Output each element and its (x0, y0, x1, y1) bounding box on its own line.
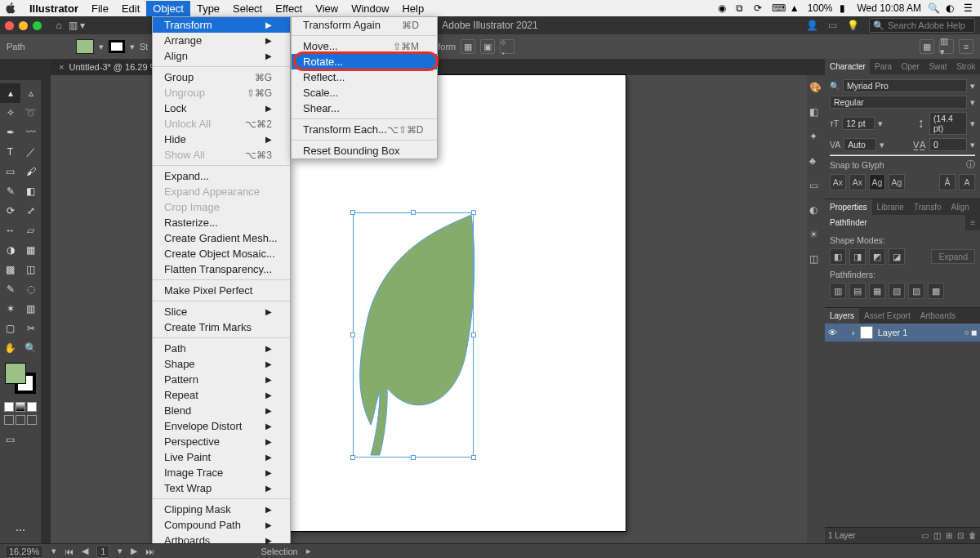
appearance-icon[interactable]: ☀ (809, 229, 822, 242)
artboard-field[interactable]: 1 (96, 545, 109, 558)
menu-view[interactable]: View (309, 1, 345, 16)
menu-item-align[interactable]: Align▶ (153, 48, 290, 64)
menu-file[interactable]: File (85, 1, 115, 16)
menu-type[interactable]: Type (190, 1, 226, 16)
menu-item-group[interactable]: Group⌘G (153, 69, 290, 85)
merge-icon[interactable]: ▦ (869, 283, 885, 299)
tab-align[interactable]: Align (946, 199, 973, 215)
stroke-swatch[interactable] (109, 40, 125, 53)
curvature-tool[interactable]: 〰 (20, 123, 41, 142)
menu-item-compound-path[interactable]: Compound Path▶ (153, 517, 290, 533)
artboard-back[interactable]: ◀ (82, 546, 88, 556)
rotate-tool[interactable]: ⟳ (0, 201, 20, 221)
menu-item-create-trim-marks[interactable]: Create Trim Marks (153, 319, 290, 335)
minus-back-icon[interactable]: ▩ (928, 283, 944, 299)
submenu-item-transform-again[interactable]: Transform Again⌘D (292, 17, 437, 33)
app-name-menu[interactable]: Illustrator (23, 1, 85, 16)
menu-select[interactable]: Select (226, 1, 269, 16)
tab-artboards[interactable]: Artboards (915, 308, 960, 324)
handle-tl[interactable] (350, 210, 355, 215)
tab-transform[interactable]: Transfo (909, 199, 947, 215)
gradient-tool[interactable]: ◫ (20, 260, 41, 279)
menu-item-hide[interactable]: Hide▶ (153, 132, 290, 147)
unite-icon[interactable]: ◧ (830, 248, 846, 265)
handle-tr[interactable] (471, 210, 476, 215)
intersect-icon[interactable]: ◩ (869, 248, 885, 265)
symbol-sprayer-tool[interactable]: ✶ (0, 299, 20, 319)
draw-normal[interactable] (4, 415, 14, 425)
wifi-icon[interactable]: ▲ (790, 2, 801, 14)
panel-menu-icon[interactable]: ≡ (959, 39, 973, 54)
menu-object[interactable]: Object (146, 1, 190, 16)
menu-help[interactable]: Help (395, 1, 430, 16)
fill-swatch[interactable] (76, 39, 94, 54)
magic-wand-tool[interactable]: ✧ (0, 103, 20, 123)
select-similar-icon[interactable]: ⟐ ▾ (500, 39, 514, 54)
zoom-field[interactable]: 16.29% (5, 545, 43, 558)
menu-item-arrange[interactable]: Arrange▶ (153, 33, 290, 48)
visibility-icon[interactable]: 👁 (828, 328, 837, 337)
tab-swatches[interactable]: Swat (924, 59, 951, 74)
document-tab[interactable]: × Untitled-3* @ 16.29 % (51, 60, 166, 74)
menu-item-flatten-transparency[interactable]: Flatten Transparency... (153, 261, 290, 277)
lasso-tool[interactable]: ➰ (20, 103, 41, 123)
transparency-icon[interactable]: ◫ (809, 253, 822, 266)
scale-tool[interactable]: ⤢ (20, 201, 41, 221)
zoom-dropdown[interactable]: ▾ (51, 546, 56, 556)
perspective-tool[interactable]: ▦ (20, 240, 41, 260)
battery-icon[interactable]: ▮ (840, 2, 851, 14)
rectangle-tool[interactable]: ▭ (0, 162, 20, 181)
eraser-tool[interactable]: ◧ (20, 181, 41, 201)
tab-properties[interactable]: Properties (825, 199, 872, 215)
screen-mode[interactable]: ▭ (0, 430, 20, 449)
zoom-window-button[interactable] (33, 21, 42, 30)
home-button[interactable]: ⌂ (50, 16, 68, 34)
artboard-dropdown[interactable]: ▾ (118, 546, 122, 556)
snap-glyph-bounds-icon[interactable]: Ag (869, 174, 885, 190)
menu-item-clipping-mask[interactable]: Clipping Mask▶ (153, 502, 290, 517)
color-mode[interactable] (4, 402, 14, 412)
paintbrush-tool[interactable]: 🖌 (20, 162, 41, 181)
delete-layer-icon[interactable]: 🗑 (969, 531, 977, 540)
menu-item-lock[interactable]: Lock▶ (153, 100, 290, 116)
font-style-dropdown[interactable]: ▾ (970, 97, 975, 107)
zoom-tool[interactable]: 🔍 (20, 338, 41, 358)
tab-stroke[interactable]: Strok (951, 59, 980, 74)
snap-capheight-icon[interactable]: Ag (889, 174, 905, 190)
handle-tc[interactable] (411, 210, 416, 215)
handle-bc[interactable] (411, 455, 416, 460)
gradient-mode[interactable] (16, 402, 25, 412)
close-window-button[interactable] (5, 21, 14, 30)
minus-front-icon[interactable]: ◨ (849, 248, 866, 265)
tab-libraries[interactable]: Librarie (872, 199, 909, 215)
gradient-panel-icon[interactable]: ◐ (809, 204, 822, 217)
selection-tool[interactable]: ▴ (0, 83, 20, 103)
tab-asset-export[interactable]: Asset Export (859, 308, 915, 324)
close-tab-icon[interactable]: × (59, 62, 64, 72)
menu-item-slice[interactable]: Slice▶ (153, 304, 290, 319)
submenu-item-reflect[interactable]: Reflect... (292, 69, 437, 85)
shape-props-icon[interactable]: ▦ (461, 39, 475, 54)
locate-layer-icon[interactable]: ▭ (921, 531, 929, 540)
submenu-item-scale[interactable]: Scale... (292, 85, 437, 100)
graph-tool[interactable]: ▥ (20, 299, 41, 319)
free-transform-tool[interactable]: ▱ (20, 221, 41, 240)
arrange-docs-icon[interactable]: ▭ (828, 20, 837, 31)
hand-tool[interactable]: ✋ (0, 338, 20, 358)
mesh-tool[interactable]: ▩ (0, 260, 20, 279)
exclude-icon[interactable]: ◪ (889, 248, 905, 265)
align-to-icon[interactable]: ▥ ▾ (939, 39, 954, 54)
submenu-item-rotate[interactable]: Rotate... (292, 54, 437, 69)
artboard-tool[interactable]: ▢ (0, 319, 20, 338)
new-sublayer-icon[interactable]: ⊞ (946, 531, 952, 540)
type-tool[interactable]: T (0, 142, 20, 162)
disclosure-icon[interactable]: › (852, 328, 855, 337)
expand-button[interactable]: Expand (931, 249, 975, 264)
apple-menu-icon[interactable] (5, 2, 16, 14)
menu-item-perspective[interactable]: Perspective▶ (153, 434, 290, 449)
new-layer-icon[interactable]: ⊡ (957, 531, 964, 540)
fill-color[interactable] (5, 363, 26, 384)
eyedropper-tool[interactable]: ✎ (0, 279, 20, 299)
menu-item-rasterize[interactable]: Rasterize... (153, 215, 290, 230)
menu-item-expand[interactable]: Expand... (153, 168, 290, 184)
